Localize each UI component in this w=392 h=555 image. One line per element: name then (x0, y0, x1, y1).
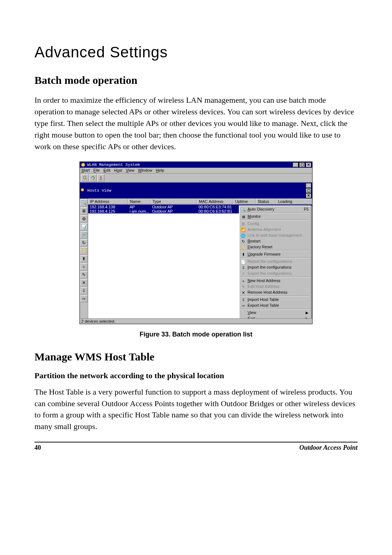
reset-icon: ⚡ (241, 245, 246, 250)
hosts-view-title: Hosts View (87, 188, 111, 193)
col-name[interactable]: Name (128, 199, 151, 204)
maximize-button[interactable]: ▢ (299, 162, 305, 167)
cell-mac: 00:80:C6:E3:74:81 (197, 205, 233, 209)
main-toolbar (80, 174, 312, 183)
import-icon: ⇩ (241, 265, 246, 270)
svg-point-3 (81, 188, 84, 191)
page-number: 40 (34, 444, 41, 452)
edit-icon: ✎ (241, 284, 246, 289)
menu-help[interactable]: Help (156, 168, 164, 172)
side-link-icon[interactable]: 🔗 (80, 231, 87, 238)
side-new-icon[interactable]: ＋ (80, 263, 87, 270)
footer-text: Outdoor Access Point (299, 444, 358, 452)
menu-file[interactable]: File (93, 168, 100, 172)
cell-type: Outdoor AP (151, 209, 197, 213)
window-title-text: WLAN Management System (87, 163, 140, 167)
side-chart-icon[interactable]: 📊 (80, 223, 87, 230)
upgrade-icon: ⬆ (241, 252, 246, 257)
globe-icon: 🌐 (241, 233, 246, 238)
ctx-export-cfg: ⇧Export the configurations (240, 270, 311, 276)
antenna-icon: 📶 (241, 227, 246, 232)
side-delete-icon[interactable]: ✕ (80, 279, 87, 286)
subsection-partition: Partition the network according to the p… (34, 371, 358, 380)
col-status[interactable]: Status (256, 199, 276, 204)
menu-start[interactable]: Start (81, 168, 90, 172)
ctx-monitor[interactable]: 🖥Monitor (240, 213, 311, 219)
binoculars-icon: 🔍 (241, 207, 246, 212)
window-title-icon (81, 163, 86, 167)
menu-view[interactable]: View (126, 168, 135, 172)
page-title: Advanced Settings (34, 44, 358, 61)
inner-maximize-button[interactable]: ▢ (306, 188, 311, 193)
context-menu[interactable]: 🔍 Auto DiscoveryF5 🖥Monitor ⚙Config 📶Ant… (239, 205, 311, 318)
paragraph-host-table: The Host Table is a very powerful functi… (34, 386, 358, 433)
side-edit-icon[interactable]: ✎ (80, 271, 87, 278)
hosts-view-titlebar[interactable]: Hosts View _ ▢ ✕ (80, 183, 312, 199)
col-mac[interactable]: MAC Address (197, 199, 233, 204)
hosts-view-icon (81, 188, 87, 193)
import-table-icon: ⇩ (241, 297, 246, 302)
toolbar-refresh-icon[interactable] (89, 174, 97, 181)
monitor-icon: 🖥 (241, 214, 246, 219)
window-titlebar[interactable]: WLAN Management System _ ▢ ✕ (80, 162, 312, 168)
export-table-icon: ⇨ (241, 303, 246, 308)
side-discovery-icon[interactable]: 🔍 (80, 199, 87, 207)
side-config-icon[interactable]: ⚙ (80, 215, 87, 223)
cell-name: AP (128, 205, 151, 209)
restart-icon: ↻ (241, 239, 246, 244)
close-button[interactable]: ✕ (306, 162, 311, 167)
menu-edit[interactable]: Edit (103, 168, 110, 172)
ctx-config: ⚙Config (240, 221, 311, 227)
side-monitor-icon[interactable]: 🖥 (80, 207, 87, 215)
col-loading[interactable]: Loading (276, 199, 312, 204)
cell-type: Outdoor AP (151, 205, 197, 209)
remove-icon: ✕ (241, 290, 246, 295)
menu-host[interactable]: Host (114, 168, 122, 172)
ctx-auto-discovery[interactable]: 🔍 Auto DiscoveryF5 (240, 206, 311, 212)
side-toolbar: 🔍 🖥 ⚙ 📊 🔗 ↻ ⚡ ⬆ ＋ ✎ ✕ ⇩ ⇨ (80, 199, 88, 318)
ctx-linkweb: 🌐Link to web base management (240, 232, 311, 238)
gear-icon: ⚙ (241, 221, 246, 227)
paragraph-batch-mode: In order to maximize the efficiency of w… (34, 94, 358, 152)
screenshot-wlan-management: WLAN Management System _ ▢ ✕ Start File … (79, 162, 313, 324)
page-footer: 40 Outdoor Access Point (34, 442, 358, 452)
ctx-restart[interactable]: ↻Restart (240, 238, 311, 244)
side-import-icon[interactable]: ⇩ (80, 287, 87, 294)
menu-window[interactable]: Window (138, 168, 152, 172)
cell-mac: 00:80:C6:E3:62:B1 (197, 209, 233, 213)
ctx-sort[interactable]: Sort▶ (240, 315, 311, 318)
cell-ip: 192.168.4.138 (88, 205, 128, 209)
side-upgrade-icon[interactable]: ⬆ (80, 255, 87, 262)
status-text: 2 devices selected. (81, 319, 115, 323)
ctx-upgrade[interactable]: ⬆Upgrade Firmware (240, 251, 311, 257)
table-column-headers[interactable]: IP Address Name Type MAC Address Uptime … (88, 199, 312, 205)
section-manage-host-table: Manage WMS Host Table (34, 351, 358, 363)
chevron-right-icon: ▶ (306, 311, 309, 315)
ctx-new-host[interactable]: ＋New Host Address (240, 278, 311, 283)
col-ip[interactable]: IP Address (88, 199, 128, 204)
side-reset-icon[interactable]: ⚡ (80, 247, 87, 254)
inner-minimize-button[interactable]: _ (306, 183, 311, 188)
host-table-body[interactable]: 192.168.4.138 AP Outdoor AP 00:80:C6:E3:… (88, 205, 312, 318)
menu-bar[interactable]: Start File Edit Host View Window Help (80, 168, 312, 173)
side-export-icon[interactable]: ⇨ (80, 295, 87, 302)
ctx-export-host-table[interactable]: ⇨Export Host Table (240, 302, 311, 308)
minimize-button[interactable]: _ (293, 162, 298, 167)
section-batch-mode: Batch mode operation (34, 74, 358, 86)
status-bar: 2 devices selected. (80, 318, 312, 324)
toolbar-discovery-icon[interactable] (81, 174, 89, 181)
ctx-import-cfg[interactable]: ⇩Import the configurations (240, 264, 311, 270)
chevron-right-icon: ▶ (306, 317, 309, 318)
ctx-view[interactable]: View▶ (240, 310, 311, 315)
export-icon: ⇧ (241, 271, 246, 276)
ctx-factory-reset[interactable]: ⚡Factory Reset (240, 244, 311, 250)
ctx-import-host-table[interactable]: ⇩Import Host Table (240, 297, 311, 302)
col-type[interactable]: Type (151, 199, 197, 204)
col-uptime[interactable]: Uptime (233, 199, 256, 204)
ctx-remove-host[interactable]: ✕Remove Host Address (240, 289, 311, 295)
toolbar-antenna-icon[interactable] (97, 174, 105, 181)
cell-name: i am num... (128, 209, 151, 213)
inner-close-button[interactable]: ✕ (306, 193, 311, 198)
side-restart-icon[interactable]: ↻ (80, 239, 87, 246)
report-icon: 📄 (241, 259, 246, 264)
